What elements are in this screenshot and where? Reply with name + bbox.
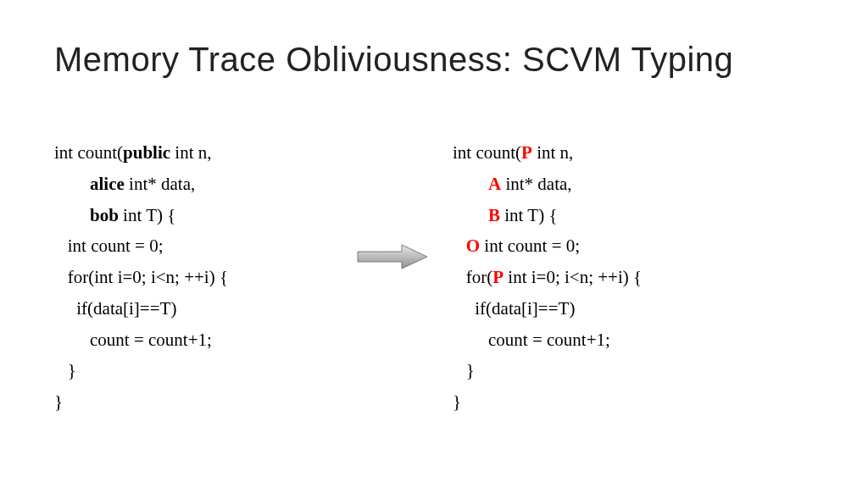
tag-p: P (521, 142, 532, 163)
keyword-bob: bob (90, 205, 119, 225)
code-text: int* data, (501, 174, 571, 194)
code-line: count = count+1; (453, 324, 792, 356)
code-text: int T) { (500, 205, 557, 225)
code-text (453, 205, 488, 225)
code-line: } (453, 355, 792, 386)
code-line: if(data[i]==T) (453, 293, 792, 324)
code-line: for(int i=0; i<n; ++i) { (54, 262, 342, 293)
code-line: O int count = 0; (453, 230, 792, 262)
code-text (54, 174, 90, 194)
code-text (453, 174, 488, 194)
code-line: int count(public int n, (54, 137, 342, 169)
code-line: B int T) { (453, 200, 792, 231)
code-line: count = count+1; (54, 324, 342, 356)
code-text (453, 236, 466, 256)
arrow-icon (354, 241, 431, 272)
code-text: int count( (453, 142, 521, 163)
code-text: int count( (54, 142, 123, 163)
keyword-public: public (123, 142, 170, 163)
tag-a: A (488, 174, 501, 194)
code-text: int count = 0; (480, 236, 580, 256)
code-block-right: int count(P int n, A int* data, B int T)… (453, 137, 792, 418)
code-line: } (453, 386, 792, 418)
tag-b: B (488, 205, 500, 225)
code-line: } (54, 386, 342, 418)
code-block-left: int count(public int n, alice int* data,… (54, 137, 342, 418)
code-line: int count = 0; (54, 230, 342, 262)
code-text: int n, (170, 142, 211, 163)
code-text: int i=0; i<n; ++i) { (504, 267, 642, 287)
code-text: int n, (532, 142, 573, 163)
tag-o: O (466, 236, 480, 256)
code-text: for( (453, 267, 492, 287)
code-line: } (54, 355, 342, 386)
code-line: for(P int i=0; i<n; ++i) { (453, 262, 792, 293)
code-line: if(data[i]==T) (54, 293, 342, 324)
keyword-alice: alice (90, 174, 125, 194)
code-line: bob int T) { (54, 200, 342, 231)
svg-marker-0 (358, 245, 427, 269)
code-text: int T) { (119, 205, 175, 225)
code-line: A int* data, (453, 169, 792, 200)
code-text (54, 205, 90, 225)
code-line: int count(P int n, (453, 137, 792, 169)
code-line: alice int* data, (54, 169, 342, 200)
tag-p: P (492, 267, 504, 287)
slide-title: Memory Trace Obliviousness: SCVM Typing (54, 41, 733, 79)
code-text: int* data, (125, 174, 195, 194)
